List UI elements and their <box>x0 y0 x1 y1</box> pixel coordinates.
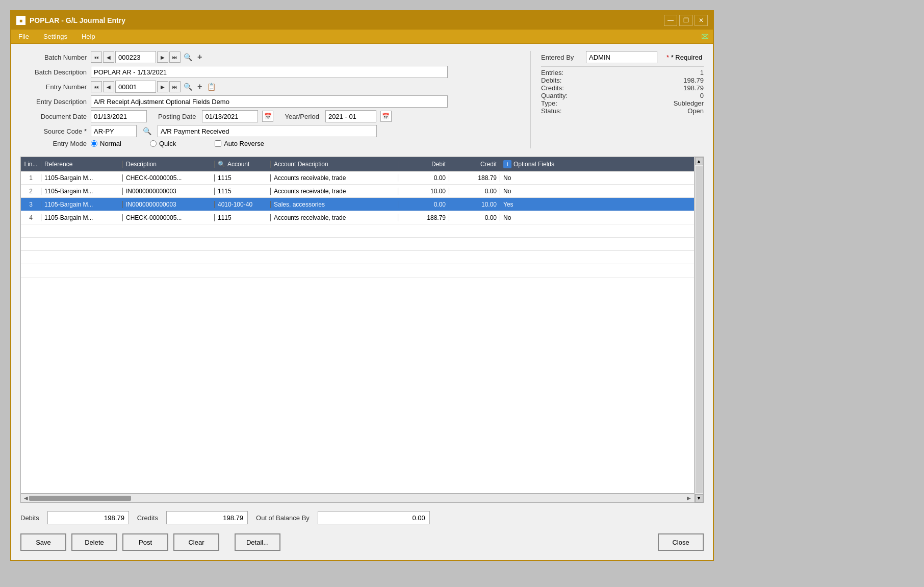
posting-date-input[interactable] <box>202 110 258 122</box>
clear-button[interactable]: Clear <box>173 533 219 551</box>
entry-add-btn[interactable]: + <box>195 81 204 92</box>
auto-reverse-checkbox[interactable]: Auto Reverse <box>215 140 264 147</box>
cell-adesc-4: Accounts receivable, trade <box>271 214 398 221</box>
cell-opt-2: No <box>500 188 694 195</box>
source-code-description-input[interactable] <box>158 125 377 137</box>
radio-quick-label: Quick <box>159 140 176 147</box>
form-content: Batch Number ⏮ ◀ ▶ ⏭ 🔍 + Batch Descripti… <box>11 44 713 560</box>
close-button[interactable]: Close <box>658 533 704 551</box>
h-scroll-left-arrow[interactable]: ◀ <box>23 495 29 501</box>
v-scroll-down-btn[interactable]: ▼ <box>695 494 703 502</box>
detail-button[interactable]: Detail... <box>235 533 280 551</box>
window-title: POPLAR - G/L Journal Entry <box>30 16 125 24</box>
main-window: ■ POPLAR - G/L Journal Entry — ❐ ✕ File … <box>10 10 714 561</box>
out-of-balance-label: Out of Balance By <box>256 514 310 522</box>
table-row[interactable]: 4 1105-Bargain M... CHECK-00000005... 11… <box>21 211 694 224</box>
auto-reverse-input[interactable] <box>215 140 221 147</box>
radio-quick[interactable]: Quick <box>150 140 176 147</box>
debits-summary-row: Debits: 198.79 <box>541 76 704 84</box>
batch-next-btn[interactable]: ▶ <box>157 52 168 63</box>
cell-adesc-2: Accounts receivable, trade <box>271 188 398 195</box>
table-row[interactable]: 1 1105-Bargain M... CHECK-00000005... 11… <box>21 171 694 185</box>
entry-first-btn[interactable]: ⏮ <box>91 81 102 92</box>
batch-description-input[interactable] <box>91 66 448 78</box>
close-window-button[interactable]: ✕ <box>695 15 708 26</box>
grid-body[interactable]: 1 1105-Bargain M... CHECK-00000005... 11… <box>21 171 694 493</box>
year-period-calendar-btn[interactable]: 📅 <box>380 111 392 122</box>
entry-mode-row: Entry Mode Normal Quick Auto Reverse <box>20 140 522 147</box>
email-icon[interactable]: ✉ <box>701 31 709 42</box>
entry-prev-btn[interactable]: ◀ <box>103 81 114 92</box>
year-period-label: Year/Period <box>285 113 319 120</box>
entry-number-row: Entry Number ⏮ ◀ ▶ ⏭ 🔍 + 📋 <box>20 81 522 93</box>
cell-ref-3: 1105-Bargain M... <box>41 201 123 208</box>
footer-debits-input[interactable] <box>47 511 129 524</box>
document-date-input[interactable] <box>91 110 147 122</box>
save-button[interactable]: Save <box>20 533 66 551</box>
col-header-optional-fields: i Optional Fields <box>500 160 694 168</box>
required-note: * * Required <box>666 54 702 61</box>
batch-first-btn[interactable]: ⏮ <box>91 52 102 63</box>
entry-search-btn[interactable]: 🔍 <box>182 82 194 92</box>
footer-credits-input[interactable] <box>166 511 248 524</box>
entry-number-input[interactable] <box>115 81 156 93</box>
table-row-empty <box>21 224 694 238</box>
radio-normal-input[interactable] <box>91 140 97 147</box>
h-scroll-thumb[interactable] <box>29 496 131 501</box>
entry-description-row: Entry Description <box>20 95 522 108</box>
post-button[interactable]: Post <box>122 533 168 551</box>
app-icon: ■ <box>16 16 25 25</box>
table-row[interactable]: 3 1105-Bargain M... IN0000000000003 4010… <box>21 198 694 211</box>
batch-number-input[interactable] <box>115 51 156 63</box>
form-right-panel: Entered By * * Required Entries: 1 Debit… <box>530 51 704 148</box>
minimize-button[interactable]: — <box>664 15 677 26</box>
h-scroll-right-arrow[interactable]: ▶ <box>686 495 692 501</box>
entry-nav-group: ⏮ ◀ ▶ ⏭ 🔍 + 📋 <box>91 81 218 93</box>
source-code-search-btn[interactable]: 🔍 <box>141 126 153 136</box>
table-row[interactable]: 2 1105-Bargain M... IN0000000000003 1115… <box>21 185 694 198</box>
cell-ref-1: 1105-Bargain M... <box>41 174 123 182</box>
entry-description-input[interactable] <box>91 95 448 108</box>
entry-mode-label: Entry Mode <box>20 140 87 147</box>
out-of-balance-input[interactable] <box>318 511 430 524</box>
v-scroll-up-btn[interactable]: ▲ <box>695 157 703 165</box>
menu-settings[interactable]: Settings <box>40 32 70 41</box>
source-code-label: Source Code * <box>20 127 87 135</box>
status-row: Status: Open <box>541 107 704 115</box>
year-period-input[interactable] <box>325 110 376 122</box>
menu-file[interactable]: File <box>15 32 32 41</box>
batch-search-btn[interactable]: 🔍 <box>182 52 194 62</box>
cell-debit-1: 0.00 <box>398 174 449 182</box>
entries-value: 1 <box>663 69 704 76</box>
title-bar: ■ POPLAR - G/L Journal Entry — ❐ ✕ <box>11 11 713 30</box>
quantity-row: Quantity: 0 <box>541 92 704 99</box>
col-header-account: 🔍 Account <box>215 161 271 168</box>
grid-header: Lin... Reference Description 🔍 Account A… <box>21 157 694 171</box>
source-code-row: Source Code * 🔍 <box>20 125 522 137</box>
cell-lin-1: 1 <box>21 174 41 182</box>
cell-adesc-3: Sales, accessories <box>271 201 398 208</box>
credits-summary-value: 198.79 <box>663 84 704 92</box>
radio-quick-input[interactable] <box>150 140 157 147</box>
posting-date-calendar-btn[interactable]: 📅 <box>262 111 273 122</box>
entered-by-row: Entered By * * Required <box>541 51 704 63</box>
menu-help[interactable]: Help <box>79 32 98 41</box>
batch-prev-btn[interactable]: ◀ <box>103 52 114 63</box>
delete-button[interactable]: Delete <box>71 533 117 551</box>
entry-last-btn[interactable]: ⏭ <box>169 81 181 92</box>
batch-add-btn[interactable]: + <box>195 52 204 63</box>
radio-normal[interactable]: Normal <box>91 140 121 147</box>
restore-button[interactable]: ❐ <box>679 15 692 26</box>
document-date-label: Document Date <box>20 113 87 120</box>
source-code-input[interactable] <box>91 125 137 137</box>
entry-next-btn[interactable]: ▶ <box>157 81 168 92</box>
entry-notes-btn[interactable]: 📋 <box>205 82 218 92</box>
cell-desc-4: CHECK-00000005... <box>123 214 215 221</box>
radio-normal-label: Normal <box>100 140 121 147</box>
batch-last-btn[interactable]: ⏭ <box>169 52 181 63</box>
batch-description-label: Batch Description <box>20 68 87 76</box>
horizontal-scrollbar[interactable]: ◀ ▶ <box>21 493 694 502</box>
menu-bar: File Settings Help ✉ <box>11 30 713 44</box>
col-header-reference: Reference <box>41 161 123 168</box>
entered-by-input[interactable] <box>586 51 657 63</box>
